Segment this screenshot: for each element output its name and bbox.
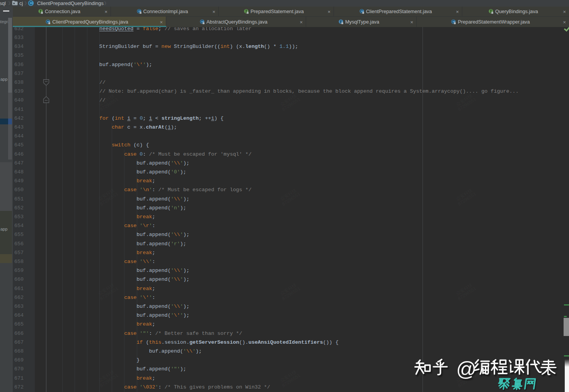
svg-text:@: @ xyxy=(456,358,477,380)
